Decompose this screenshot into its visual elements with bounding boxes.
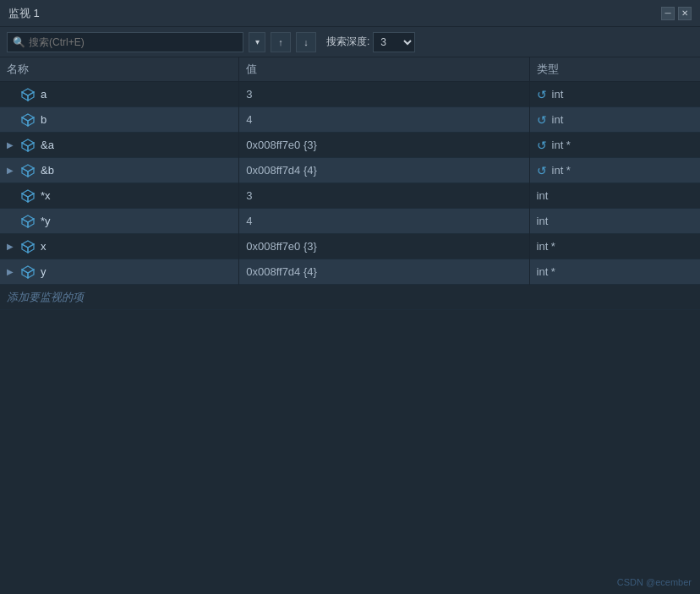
header-name: 名称 — [0, 57, 239, 82]
svg-marker-10 — [22, 168, 28, 177]
type-cell: ↺int — [529, 107, 700, 133]
depth-select[interactable]: 3 1 2 4 5 — [373, 32, 415, 52]
variable-icon — [20, 239, 36, 254]
close-button[interactable]: ✕ — [678, 7, 692, 20]
search-depth-wrap: 搜索深度: 3 1 2 4 5 — [321, 32, 415, 52]
search-up-button[interactable]: ↑ — [271, 32, 291, 52]
depth-label: 搜索深度: — [326, 35, 369, 49]
svg-marker-16 — [22, 219, 28, 227]
svg-marker-5 — [28, 117, 34, 126]
svg-marker-14 — [28, 193, 34, 202]
variable-name: b — [41, 113, 46, 126]
refresh-icon[interactable]: ↺ — [537, 88, 547, 101]
svg-marker-20 — [28, 244, 34, 253]
value-cell: 4 — [239, 107, 529, 133]
variable-name: x — [41, 240, 46, 253]
svg-marker-11 — [28, 168, 34, 177]
name-cell[interactable]: ▶ b — [0, 107, 239, 133]
title-controls: ─ ✕ — [661, 7, 692, 20]
expand-arrow[interactable]: ▶ — [7, 242, 15, 251]
value-cell: 0x008ff7d4 {4} — [239, 259, 529, 285]
value-cell: 0x008ff7e0 {3} — [239, 234, 529, 259]
watch-panel: 监视 1 ─ ✕ 🔍 ▾ ↑ ↓ 搜索深度: 3 1 2 4 5 — [0, 0, 700, 310]
svg-marker-12 — [22, 190, 34, 197]
value-cell: 3 — [239, 183, 529, 209]
expand-arrow[interactable]: ▶ — [7, 166, 15, 175]
type-cell: int — [529, 183, 700, 209]
search-dropdown-button[interactable]: ▾ — [249, 32, 265, 52]
svg-marker-22 — [22, 270, 28, 278]
panel-title: 监视 1 — [8, 6, 40, 21]
type-cell: ↺int — [529, 82, 700, 107]
type-label: int — [537, 215, 549, 227]
variable-name: a — [41, 88, 46, 101]
svg-marker-6 — [22, 139, 34, 146]
table-row: ▶ *x3int — [0, 183, 700, 209]
header-type: 类型 — [529, 57, 700, 82]
variable-icon — [20, 138, 36, 153]
variable-icon — [20, 163, 36, 178]
svg-marker-7 — [22, 143, 28, 151]
svg-marker-2 — [28, 92, 34, 101]
name-cell[interactable]: ▶ *x — [0, 183, 239, 209]
refresh-icon[interactable]: ↺ — [537, 139, 547, 152]
type-cell: ↺int * — [529, 133, 700, 158]
svg-marker-17 — [28, 219, 34, 227]
variable-name: &b — [41, 164, 54, 177]
type-label: int — [552, 88, 564, 101]
refresh-icon[interactable]: ↺ — [537, 164, 547, 177]
table-header-row: 名称 值 类型 — [0, 57, 700, 82]
header-value: 值 — [239, 57, 529, 82]
svg-marker-18 — [22, 241, 34, 248]
type-cell: int * — [529, 234, 700, 259]
name-cell[interactable]: ▶ a — [0, 82, 239, 107]
refresh-icon[interactable]: ↺ — [537, 113, 547, 127]
name-cell[interactable]: ▶ y — [0, 259, 239, 285]
svg-marker-13 — [22, 193, 28, 202]
table-row: ▶ *y4int — [0, 209, 700, 234]
expand-arrow[interactable]: ▶ — [7, 140, 15, 150]
svg-marker-9 — [22, 165, 34, 172]
table-row: ▶ a3↺int — [0, 82, 700, 107]
variable-icon — [20, 112, 36, 128]
svg-marker-4 — [22, 117, 28, 126]
variable-name: *y — [41, 215, 51, 227]
value-cell: 4 — [239, 209, 529, 234]
watch-table: 名称 值 类型 ▶ a3↺int▶ b4↺int▶ &a0x008ff7e0 {… — [0, 57, 700, 310]
name-cell[interactable]: ▶ &b — [0, 158, 239, 183]
search-input-wrap: 🔍 — [7, 32, 243, 52]
svg-marker-21 — [22, 266, 34, 273]
add-item-cell[interactable]: 添加要监视的项 — [0, 285, 700, 310]
value-cell: 0x008ff7d4 {4} — [239, 158, 529, 183]
svg-marker-15 — [22, 215, 34, 222]
svg-marker-23 — [28, 270, 34, 278]
name-cell[interactable]: ▶ *y — [0, 209, 239, 234]
svg-marker-3 — [22, 114, 34, 121]
variable-name: &a — [41, 139, 54, 151]
type-cell: int * — [529, 259, 700, 285]
svg-marker-0 — [22, 89, 34, 95]
table-row: ▶ b4↺int — [0, 107, 700, 133]
type-cell: int — [529, 209, 700, 234]
search-input[interactable] — [29, 36, 215, 48]
table-row: ▶ x0x008ff7e0 {3}int * — [0, 234, 700, 259]
type-label: int * — [552, 164, 571, 177]
name-cell[interactable]: ▶ x — [0, 234, 239, 259]
variable-icon — [20, 264, 36, 280]
expand-arrow[interactable]: ▶ — [7, 267, 15, 276]
type-cell: ↺int * — [529, 158, 700, 183]
value-cell: 0x008ff7e0 {3} — [239, 133, 529, 158]
title-bar: 监视 1 ─ ✕ — [0, 0, 700, 27]
search-down-button[interactable]: ↓ — [296, 32, 316, 52]
add-item-row[interactable]: 添加要监视的项 — [0, 285, 700, 310]
variable-icon — [20, 87, 36, 102]
svg-marker-19 — [22, 244, 28, 253]
search-bar: 🔍 ▾ ↑ ↓ 搜索深度: 3 1 2 4 5 — [0, 27, 700, 57]
type-label: int — [537, 189, 549, 202]
type-label: int * — [537, 240, 555, 253]
name-cell[interactable]: ▶ &a — [0, 133, 239, 158]
variable-name: *x — [41, 189, 51, 202]
table-row: ▶ &a0x008ff7e0 {3}↺int * — [0, 133, 700, 158]
type-label: int * — [537, 265, 555, 278]
minimize-button[interactable]: ─ — [661, 7, 675, 20]
